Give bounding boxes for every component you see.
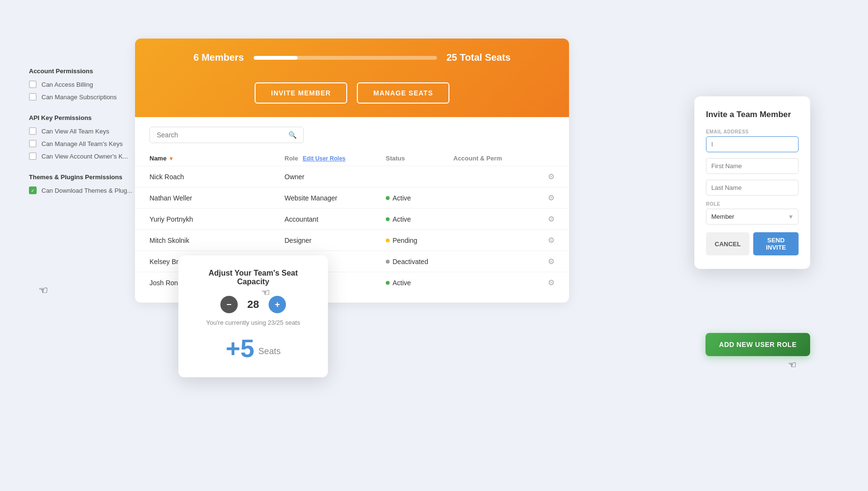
table-row: Nick Roach Owner ⚙ xyxy=(135,166,569,187)
sort-icon: ▼ xyxy=(168,156,174,161)
sidebar-label-manage-keys: Can Manage All Team's Keys xyxy=(41,140,122,147)
checkbox-owner-keys[interactable] xyxy=(29,152,37,160)
invite-panel-title: Invite a Team Member xyxy=(706,110,799,119)
manage-seats-button[interactable]: MANAGE SEATS xyxy=(357,82,449,104)
table-header: Name ▼ Role Edit User Roles Status Accou… xyxy=(135,151,569,166)
row-role: Owner xyxy=(285,173,386,181)
seat-delta: +5 Seats xyxy=(193,334,313,363)
members-count: 6 Members xyxy=(193,52,244,63)
seat-delta-label: Seats xyxy=(258,346,281,356)
seats-bar-fill xyxy=(254,56,298,60)
checkbox-billing[interactable] xyxy=(29,80,37,88)
sidebar-label-view-all-keys: Can View All Team Keys xyxy=(41,128,109,135)
send-invite-button[interactable]: SEND INVITE xyxy=(753,232,799,255)
search-area: 🔍 xyxy=(135,117,569,143)
invite-member-button[interactable]: INVITE MEMBER xyxy=(255,82,347,104)
edit-user-roles-link[interactable]: Edit User Roles xyxy=(303,155,346,162)
status-dot-active xyxy=(386,217,390,221)
seat-modal: Adjust Your Team's Seat Capacity − 28 + … xyxy=(178,255,328,377)
seat-delta-number: +5 xyxy=(226,334,254,362)
col-name: Name xyxy=(149,155,166,162)
add-new-user-role-button[interactable]: ADD NEW USER ROLE xyxy=(705,333,810,356)
row-status: Active xyxy=(386,194,453,202)
cursor-plus-icon: ☜ xyxy=(261,287,270,298)
sidebar-label-download-themes: Can Download Themes & Plug... xyxy=(41,187,132,194)
role-select[interactable]: Member Admin Owner xyxy=(706,209,799,225)
checkbox-manage-keys[interactable] xyxy=(29,140,37,147)
gear-icon[interactable]: ⚙ xyxy=(548,236,555,245)
row-status: Active xyxy=(386,279,453,287)
seats-bar xyxy=(254,56,437,60)
row-name: Mitch Skolnik xyxy=(149,237,285,244)
row-name: Nick Roach xyxy=(149,173,285,181)
cancel-button[interactable]: CANCEL xyxy=(706,232,749,255)
last-name-input[interactable] xyxy=(706,180,799,196)
sidebar-label-owner-keys: Can View Account Owner's K... xyxy=(41,153,128,160)
cursor-hand-role-icon: ☜ xyxy=(788,359,797,371)
col-status: Status xyxy=(386,155,453,162)
first-name-input[interactable] xyxy=(706,158,799,174)
invite-panel: Invite a Team Member EMAIL ADDRESS ROLE … xyxy=(694,96,810,269)
seat-usage-text: You're currently using 23/25 seats xyxy=(193,319,313,326)
status-dot-deactivated xyxy=(386,260,390,264)
seat-count-value: 28 xyxy=(247,298,259,311)
sidebar-label-billing: Can Access Billing xyxy=(41,81,93,88)
checkbox-subscriptions[interactable] xyxy=(29,93,37,101)
search-icon: 🔍 xyxy=(288,131,297,139)
seats-info: 6 Members 25 Total Seats xyxy=(154,52,550,63)
table-row: Nathan Weller Website Manager Active ⚙ xyxy=(135,187,569,208)
email-label: EMAIL ADDRESS xyxy=(706,129,799,134)
row-role: Designer xyxy=(285,237,386,244)
row-name: Nathan Weller xyxy=(149,194,285,202)
total-seats: 25 Total Seats xyxy=(447,52,511,63)
row-role: Accountant xyxy=(285,215,386,223)
row-status: Deactivated xyxy=(386,258,453,265)
row-role: Website Manager xyxy=(285,194,386,202)
search-input[interactable] xyxy=(157,131,285,139)
table-row: Yuriy Portnykh Accountant Active ⚙ xyxy=(135,208,569,229)
invite-actions: CANCEL SEND INVITE xyxy=(706,232,799,255)
checkbox-download-themes[interactable]: ✓ xyxy=(29,186,37,194)
search-bar: 🔍 xyxy=(149,127,304,143)
col-account: Account & Perm xyxy=(453,155,555,162)
email-input[interactable] xyxy=(706,136,799,152)
status-dot-active xyxy=(386,281,390,285)
table-row: Mitch Skolnik Designer Pending ⚙ xyxy=(135,229,569,251)
status-dot-active xyxy=(386,196,390,200)
role-select-wrapper: Member Admin Owner ▼ xyxy=(706,209,799,225)
gear-icon[interactable]: ⚙ xyxy=(548,172,555,181)
seat-decrement-button[interactable]: − xyxy=(220,296,238,313)
checkbox-view-all-keys[interactable] xyxy=(29,127,37,135)
row-status: Pending xyxy=(386,237,453,244)
cursor-hand-icon: ☜ xyxy=(39,284,48,297)
sidebar-label-subscriptions: Can Manage Subscriptions xyxy=(41,93,117,101)
row-status: Active xyxy=(386,215,453,223)
seat-modal-title: Adjust Your Team's Seat Capacity xyxy=(193,269,313,286)
gear-icon[interactable]: ⚙ xyxy=(548,214,555,224)
header-buttons: INVITE MEMBER MANAGE SEATS xyxy=(255,82,449,104)
seat-increment-button[interactable]: + xyxy=(269,296,286,313)
seat-counter: − 28 + xyxy=(193,296,313,313)
gear-icon[interactable]: ⚙ xyxy=(548,278,555,287)
orange-header: 6 Members 25 Total Seats INVITE MEMBER M… xyxy=(135,39,569,117)
col-role: Role xyxy=(285,155,298,162)
gear-icon[interactable]: ⚙ xyxy=(548,257,555,266)
row-name: Yuriy Portnykh xyxy=(149,215,285,223)
status-dot-pending xyxy=(386,239,390,242)
role-label: ROLE xyxy=(706,201,799,207)
gear-icon[interactable]: ⚙ xyxy=(548,193,555,202)
